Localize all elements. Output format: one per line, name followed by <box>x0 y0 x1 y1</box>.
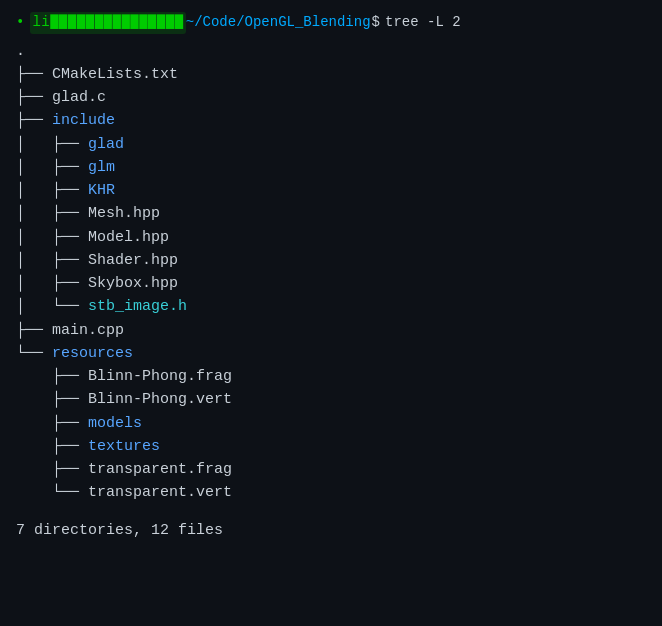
tree-line: │ ├── KHR <box>16 179 646 202</box>
tree-prefix: │ └── <box>16 295 88 318</box>
tree-root: . <box>16 40 646 63</box>
tree-item-name: main.cpp <box>52 319 124 342</box>
tree-line: └── resources <box>16 342 646 365</box>
tree-line: │ ├── glad <box>16 133 646 156</box>
tree-line: ├── include <box>16 109 646 132</box>
tree-prefix: ├── <box>16 63 52 86</box>
tree-item-name: glad <box>88 133 124 156</box>
tree-prefix: └── <box>16 481 88 504</box>
tree-line: │ ├── Mesh.hpp <box>16 202 646 225</box>
tree-item-name: models <box>88 412 142 435</box>
tree-prefix: ├── <box>16 388 88 411</box>
root-dot: . <box>16 40 25 63</box>
tree-line: │ ├── glm <box>16 156 646 179</box>
tree-prefix: ├── <box>16 109 52 132</box>
tree-item-name: Mesh.hpp <box>88 202 160 225</box>
tree-line: │ ├── Shader.hpp <box>16 249 646 272</box>
tree-item-name: glad.c <box>52 86 106 109</box>
tree-prefix: │ ├── <box>16 156 88 179</box>
tree-prefix: ├── <box>16 365 88 388</box>
tree-item-name: Blinn-Phong.vert <box>88 388 232 411</box>
tree-line: ├── Blinn-Phong.frag <box>16 365 646 388</box>
tree-item-name: Model.hpp <box>88 226 169 249</box>
tree-item-name: stb_image.h <box>88 295 187 318</box>
tree-item-name: transparent.vert <box>88 481 232 504</box>
tree-item-name: textures <box>88 435 160 458</box>
tree-prefix: │ ├── <box>16 226 88 249</box>
prompt-symbol: $ <box>372 12 380 34</box>
tree-item-name: KHR <box>88 179 115 202</box>
tree-line: │ ├── Model.hpp <box>16 226 646 249</box>
tree-output: . ├── CMakeLists.txt├── glad.c├── includ… <box>16 40 646 505</box>
tree-item-name: resources <box>52 342 133 365</box>
username: li███████████████ <box>30 12 185 34</box>
tree-prefix: │ ├── <box>16 249 88 272</box>
tree-prefix: ├── <box>16 86 52 109</box>
tree-prefix: │ ├── <box>16 179 88 202</box>
tree-prefix: ├── <box>16 435 88 458</box>
tree-prefix: └── <box>16 342 52 365</box>
prompt-line: • li███████████████ ~/Code/OpenGL_Blendi… <box>16 12 646 34</box>
tree-prefix: │ ├── <box>16 272 88 295</box>
tree-prefix: ├── <box>16 412 88 435</box>
tree-line: ├── transparent.frag <box>16 458 646 481</box>
tree-item-name: CMakeLists.txt <box>52 63 178 86</box>
prompt-dot: • <box>16 12 24 34</box>
tree-line: ├── glad.c <box>16 86 646 109</box>
command: tree -L 2 <box>385 12 461 34</box>
tree-item-name: glm <box>88 156 115 179</box>
tree-item-name: include <box>52 109 115 132</box>
tree-item-name: Shader.hpp <box>88 249 178 272</box>
path: ~/Code/OpenGL_Blending <box>186 12 371 34</box>
tree-prefix: │ ├── <box>16 133 88 156</box>
tree-line: └── transparent.vert <box>16 481 646 504</box>
tree-line: ├── Blinn-Phong.vert <box>16 388 646 411</box>
tree-line: ├── models <box>16 412 646 435</box>
terminal: • li███████████████ ~/Code/OpenGL_Blendi… <box>0 0 662 626</box>
tree-line: │ ├── Skybox.hpp <box>16 272 646 295</box>
tree-item-name: transparent.frag <box>88 458 232 481</box>
tree-item-name: Blinn-Phong.frag <box>88 365 232 388</box>
tree-line: ├── CMakeLists.txt <box>16 63 646 86</box>
summary: 7 directories, 12 files <box>16 519 646 542</box>
tree-line: │ └── stb_image.h <box>16 295 646 318</box>
tree-line: ├── main.cpp <box>16 319 646 342</box>
tree-line: ├── textures <box>16 435 646 458</box>
tree-item-name: Skybox.hpp <box>88 272 178 295</box>
tree-prefix: ├── <box>16 458 88 481</box>
tree-prefix: ├── <box>16 319 52 342</box>
tree-prefix: │ ├── <box>16 202 88 225</box>
